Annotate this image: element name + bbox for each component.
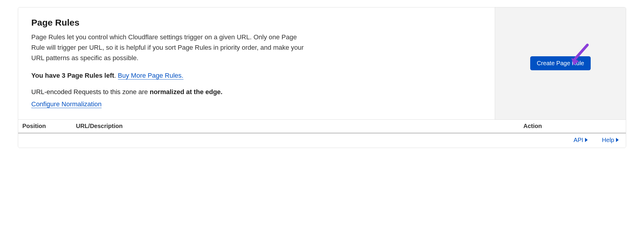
page-title: Page Rules xyxy=(31,18,482,28)
column-header-url: URL/Description xyxy=(76,123,523,130)
column-header-position: Position xyxy=(22,123,76,130)
normalization-link-row: Configure Normalization xyxy=(31,99,482,109)
create-page-rule-button[interactable]: Create Page Rule xyxy=(530,56,591,70)
action-panel: Create Page Rule xyxy=(495,7,626,119)
help-link-label: Help xyxy=(602,137,614,144)
page-rules-card: Page Rules Page Rules let you control wh… xyxy=(18,7,626,148)
caret-right-icon xyxy=(585,138,588,142)
configure-normalization-link[interactable]: Configure Normalization xyxy=(31,100,102,108)
card-top: Page Rules Page Rules let you control wh… xyxy=(18,7,626,119)
card-content: Page Rules Page Rules let you control wh… xyxy=(18,7,495,119)
normalization-bold: normalized at the edge. xyxy=(150,88,223,96)
page-description: Page Rules let you control which Cloudfl… xyxy=(31,32,305,63)
rules-remaining-separator: . xyxy=(114,72,118,79)
buy-more-link[interactable]: Buy More Page Rules. xyxy=(118,72,183,79)
rules-remaining: You have 3 Page Rules left. Buy More Pag… xyxy=(31,72,482,79)
caret-right-icon xyxy=(616,138,619,142)
help-link[interactable]: Help xyxy=(602,137,619,144)
normalization-status: URL-encoded Requests to this zone are no… xyxy=(31,87,482,97)
rules-remaining-count: You have 3 Page Rules left xyxy=(31,72,114,79)
card-footer: API Help xyxy=(18,134,626,148)
rules-table-header: Position URL/Description Action xyxy=(18,119,626,134)
api-link-label: API xyxy=(574,137,583,144)
normalization-prefix: URL-encoded Requests to this zone are xyxy=(31,88,150,96)
api-link[interactable]: API xyxy=(574,137,588,144)
column-header-action: Action xyxy=(523,123,622,130)
